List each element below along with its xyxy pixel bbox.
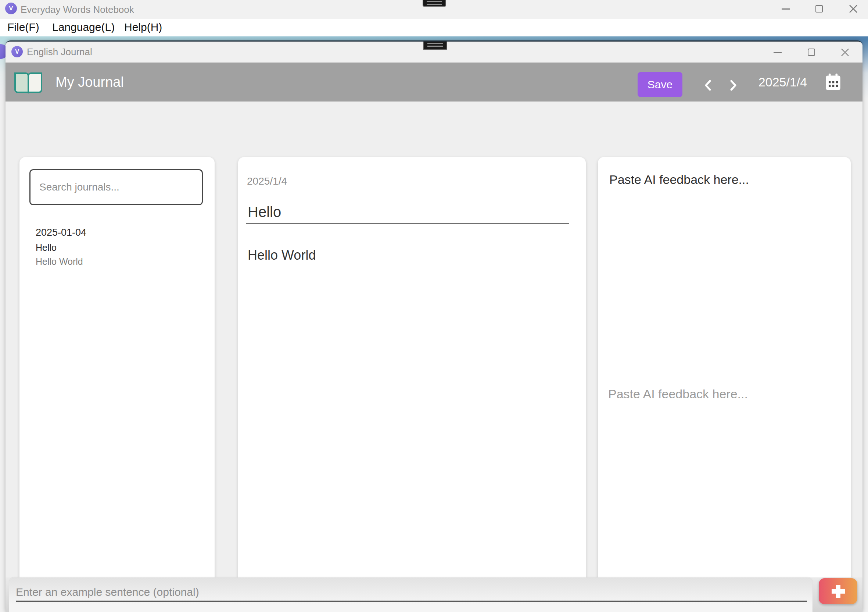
- journal-logo-icon: V: [11, 46, 23, 57]
- grabber-line: [428, 43, 443, 44]
- grabber-line: [427, 4, 442, 5]
- minimize-icon: [773, 52, 782, 53]
- grabber-line: [427, 1, 442, 2]
- prev-day-button[interactable]: [701, 79, 715, 92]
- menu-help[interactable]: Help(H): [124, 19, 162, 36]
- desktop-root: V Everyday Words Notebook File(F) Langua…: [0, 0, 868, 612]
- feedback-panel: Paste AI feedback here...: [598, 157, 851, 612]
- screen-grabber-artifact: [423, 0, 446, 7]
- search-input[interactable]: [29, 169, 203, 205]
- content-area: 2025-01-04 Hello Hello World 2025/1/4 He…: [6, 101, 862, 578]
- outer-titlebar: V Everyday Words Notebook: [0, 0, 868, 19]
- journal-header: My Journal Save 2025/1/4: [6, 62, 862, 101]
- next-day-button[interactable]: [727, 79, 740, 92]
- editor-date-label: 2025/1/4: [247, 176, 287, 187]
- journal-close-button[interactable]: [835, 43, 854, 61]
- open-book-icon: [13, 71, 44, 93]
- entry-title: Hello: [36, 242, 197, 253]
- feedback-heading: Paste AI feedback here...: [609, 172, 749, 187]
- close-icon: [849, 5, 858, 13]
- menubar: File(F) Language(L) Help(H): [0, 19, 868, 36]
- menu-language[interactable]: Language(L): [52, 19, 115, 36]
- editor-panel: 2025/1/4 Hello World: [238, 157, 586, 612]
- entry-title-input[interactable]: [246, 201, 569, 224]
- journal-list-panel: 2025-01-04 Hello Hello World: [20, 157, 215, 612]
- menu-file[interactable]: File(F): [7, 19, 39, 36]
- minimize-icon: [782, 8, 790, 9]
- chevron-right-icon: [730, 80, 737, 91]
- example-sentence-panel: [9, 578, 812, 612]
- journal-window: V English Journal: [6, 40, 862, 612]
- journal-window-title: English Journal: [27, 42, 92, 62]
- bottom-bar: [6, 578, 862, 612]
- chevron-left-icon: [704, 80, 711, 91]
- entry-body-textarea[interactable]: Hello World: [246, 245, 578, 594]
- save-button[interactable]: Save: [638, 72, 682, 97]
- entry-preview: Hello World: [36, 256, 197, 267]
- outer-minimize-button[interactable]: [775, 0, 797, 18]
- example-sentence-input[interactable]: [16, 583, 807, 602]
- page-title: My Journal: [56, 62, 124, 101]
- maximize-icon: [815, 5, 823, 12]
- grabber-line: [428, 46, 443, 47]
- close-icon: [841, 48, 849, 57]
- outer-maximize-button[interactable]: [808, 0, 830, 18]
- journal-minimize-button[interactable]: [769, 43, 787, 61]
- feedback-textarea[interactable]: [608, 386, 838, 592]
- outer-window-title: Everyday Words Notebook: [20, 0, 134, 19]
- add-example-button[interactable]: [819, 578, 857, 604]
- journal-list-item[interactable]: 2025-01-04 Hello Hello World: [36, 226, 197, 267]
- screen-grabber-artifact: [423, 40, 447, 50]
- calendar-icon: [825, 73, 841, 90]
- maximize-icon: [808, 48, 815, 56]
- current-date: 2025/1/4: [755, 62, 810, 101]
- app-logo-icon: V: [5, 3, 17, 14]
- plus-icon: [829, 582, 847, 600]
- outer-close-button[interactable]: [842, 0, 864, 18]
- calendar-button[interactable]: [825, 73, 841, 91]
- journal-titlebar: V English Journal: [6, 42, 862, 62]
- journal-maximize-button[interactable]: [802, 43, 821, 61]
- entry-date: 2025-01-04: [36, 226, 197, 239]
